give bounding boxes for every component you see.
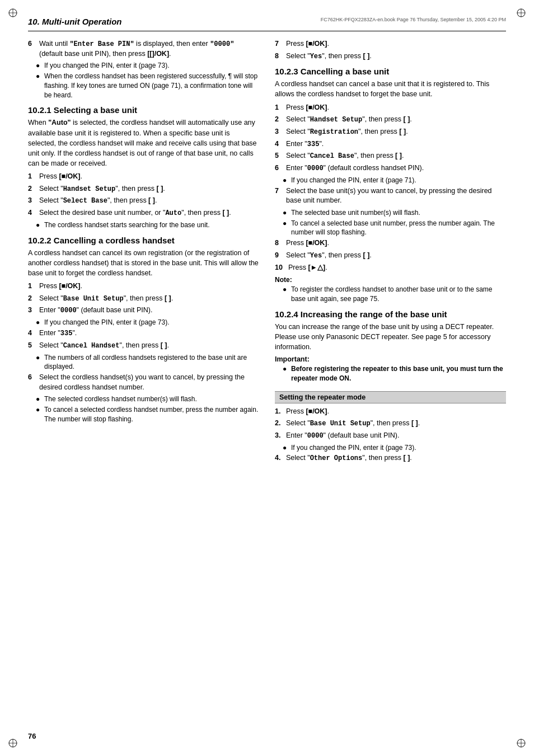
s10-2-3-body: A cordless handset can cancel a base uni… (275, 79, 506, 99)
s10-2-1-heading: 10.2.1 Selecting a base unit (28, 105, 259, 115)
s10-2-3-step7: 7 Select the base unit(s) you want to ca… (275, 186, 506, 206)
s10-2-2-bullet5: ● The numbers of all cordless handsets r… (36, 353, 259, 372)
s10-2-3-step9: 9 Select "Yes", then press [ ]. (275, 251, 506, 261)
step6-bullet1-text: If you changed the PIN, enter it (page 7… (44, 61, 169, 71)
s10-2-3-step8: 8 Press [■/OK]. (275, 238, 506, 248)
s10-2-3-bullet7a: ● The selected base unit number(s) will … (283, 208, 506, 218)
s10-2-3-heading: 10.2.3 Cancelling a base unit (275, 67, 506, 76)
corner-mark-br (516, 738, 526, 748)
header-info: FC762HK-PFQX2283ZA-en.book Page 76 Thurs… (321, 17, 506, 22)
columns: 6 Wait until "Enter Base PIN" is display… (28, 39, 506, 466)
page-header: 10. Multi-unit Operation FC762HK-PFQX228… (28, 17, 506, 26)
s10-2-3-bullet6-text: If you changed the PIN, enter it (page 7… (291, 176, 416, 185)
s10-2-2-step3: 3 Enter "0000" (default base unit PIN). (28, 306, 259, 316)
step6-num: 6 (28, 39, 38, 59)
s10-2-2-steps-cont: 4 Enter "335". 5 Select "Cancel Handset"… (28, 328, 259, 351)
s10-2-3-steps: 1 Press [■/OK]. 2 Select "Handset Setup"… (275, 103, 506, 173)
s10-2-1-step3: 3 Select "Select Base", then press [ ]. (28, 196, 259, 206)
step6-bullets: ● If you changed the PIN, enter it (page… (36, 61, 259, 100)
setting-steps-4: 4. Select "Other Options", then press [ … (275, 453, 506, 463)
s10-2-1-step1: 1 Press [■/OK]. (28, 172, 259, 182)
step6-code1: "Enter Base PIN" (69, 40, 134, 48)
corner-mark-tr (516, 8, 526, 18)
s10-2-2-bullet6a: ● The selected cordless handset number(s… (36, 395, 259, 404)
s10-2-2-bullets5: ● The numbers of all cordless handsets r… (36, 353, 259, 372)
right-step8: 8 Select "Yes", then press [ ]. (275, 51, 506, 62)
s10-2-3-step6: 6 Enter "0000" (default cordless handset… (275, 163, 506, 173)
step6: 6 Wait until "Enter Base PIN" is display… (28, 39, 259, 59)
s10-2-3-bullet7a-text: The selected base unit number(s) will fl… (291, 208, 420, 218)
page: 10. Multi-unit Operation FC762HK-PFQX228… (0, 0, 534, 756)
note-bullet1: ● To register the cordless handset to an… (283, 285, 506, 304)
col-left: 6 Wait until "Enter Base PIN" is display… (28, 39, 259, 466)
s10-2-1-step4: 4 Select the desired base unit number, o… (28, 208, 259, 218)
step6-bullet2: ● When the cordless handset has been reg… (36, 72, 259, 100)
s10-2-1-bullets: ● The cordless handset starts searching … (36, 220, 259, 230)
s10-2-2-bullet3: ● If you changed the PIN, enter it (page… (36, 318, 259, 327)
step6-list: 6 Wait until "Enter Base PIN" is display… (28, 39, 259, 59)
s10-2-2-step5: 5 Select "Cancel Handset", then press [ … (28, 341, 259, 351)
s10-2-2-bullet6a-text: The selected cordless handset number(s) … (44, 395, 197, 404)
auto-bold: "Auto" (48, 119, 71, 126)
setting-step4: 4. Select "Other Options", then press [ … (275, 453, 506, 463)
s10-2-4-body: You can increase the range of the base u… (275, 322, 506, 352)
important-label: Important: (275, 355, 310, 363)
s10-2-1-step2: 2 Select "Handset Setup", then press [ ]… (28, 184, 259, 194)
s10-2-4-heading: 10.2.4 Increasing the range of the base … (275, 309, 506, 319)
s10-2-3-step10: 10 Press [►△]. (275, 263, 506, 273)
step10-content: Press [►△]. (288, 263, 506, 273)
step6-btn: [[]/OK] (147, 50, 169, 58)
s10-2-1-bullet4-text: The cordless handset starts searching fo… (44, 220, 210, 230)
setting-step2: 2. Select "Base Unit Setup", then press … (275, 419, 506, 429)
s10-2-3-step5: 5 Select "Cancel Base", then press [ ]. (275, 151, 506, 161)
s10-2-3-step1: 1 Press [■/OK]. (275, 103, 506, 113)
step6-content: Wait until "Enter Base PIN" is displayed… (39, 39, 259, 59)
s10-2-1-bullet4: ● The cordless handset starts searching … (36, 220, 259, 230)
s10-2-2-bullet3-text: If you changed the PIN, enter it (page 7… (44, 318, 169, 327)
important-bullet1-text: Before registering the repeater to this … (291, 364, 506, 383)
s10-2-3-bullet7b-text: To cancel a selected base unit number, p… (291, 219, 506, 238)
s10-2-2-heading: 10.2.2 Cancelling a cordless handset (28, 236, 259, 245)
s10-2-2-step2: 2 Select "Base Unit Setup", then press [… (28, 294, 259, 304)
step6-bullet1: ● If you changed the PIN, enter it (page… (36, 61, 259, 71)
note-bullets: ● To register the cordless handset to an… (283, 285, 506, 304)
note-bullet1-text: To register the cordless handset to anot… (291, 285, 506, 304)
s10-2-3-bullet7b: ● To cancel a selected base unit number,… (283, 219, 506, 238)
s10-2-2-bullet6b: ● To cancel a selected cordless handset … (36, 405, 259, 424)
step10-num: 10 (275, 263, 287, 273)
s10-2-3-step7-list: 7 Select the base unit(s) you want to ca… (275, 186, 506, 206)
s10-2-2-steps: 1 Press [■/OK]. 2 Select "Base Unit Setu… (28, 281, 259, 316)
right-steps-7-8: 7 Press [■/OK]. 8 Select "Yes", then pre… (275, 39, 506, 61)
setting-bullet3: ● If you changed the PIN, enter it (page… (283, 443, 506, 453)
s10-2-2-bullets3: ● If you changed the PIN, enter it (page… (36, 318, 259, 327)
s10-2-2-bullet5-text: The numbers of all cordless handsets reg… (44, 353, 259, 372)
s10-2-3-steps-8-9: 8 Press [■/OK]. 9 Select "Yes", then pre… (275, 238, 506, 260)
s10-2-2-body: A cordless handset can cancel its own re… (28, 248, 259, 278)
s10-2-3-bullets6: ● If you changed the PIN, enter it (page… (283, 176, 506, 185)
s10-2-3-step2: 2 Select "Handset Setup", then press [ ]… (275, 115, 506, 125)
setting-section: Setting the repeater mode 1. Press [■/OK… (275, 391, 506, 464)
right-step7: 7 Press [■/OK]. (275, 39, 506, 49)
corner-mark-bl (8, 738, 18, 748)
setting-step1: 1. Press [■/OK]. (275, 407, 506, 417)
note-label: Note: (275, 276, 292, 284)
important-bullets: ● Before registering the repeater to thi… (283, 364, 506, 383)
s10-2-2-step4: 4 Enter "335". (28, 328, 259, 339)
s10-2-2-step6: 6 Select the cordless handset(s) you wan… (28, 373, 259, 392)
col-right: 7 Press [■/OK]. 8 Select "Yes", then pre… (275, 39, 506, 466)
page-footer: 76 (28, 732, 36, 740)
setting-steps-list: 1. Press [■/OK]. 2. Select "Base Unit Se… (275, 407, 506, 441)
page-title: 10. Multi-unit Operation (28, 17, 122, 26)
setting-heading: Setting the repeater mode (275, 391, 506, 403)
important-bullet1: ● Before registering the repeater to thi… (283, 364, 506, 383)
s10-2-2-bullets6: ● The selected cordless handset number(s… (36, 395, 259, 424)
setting-bullet3-item: ● If you changed the PIN, enter it (page… (283, 443, 506, 453)
s10-2-1-steps: 1 Press [■/OK]. 2 Select "Handset Setup"… (28, 172, 259, 218)
s10-2-3-bullet6: ● If you changed the PIN, enter it (page… (283, 176, 506, 185)
step6-code2: "0000" (210, 40, 234, 48)
s10-2-3-step4: 4 Enter "335". (275, 139, 506, 149)
s10-2-3-step3: 3 Select "Registration", then press [ ]. (275, 127, 506, 137)
s10-2-2-steps-6: 6 Select the cordless handset(s) you wan… (28, 373, 259, 392)
setting-bullet3-text: If you changed the PIN, enter it (page 7… (291, 443, 416, 453)
important-block: Important: ● Before registering the repe… (275, 355, 506, 383)
